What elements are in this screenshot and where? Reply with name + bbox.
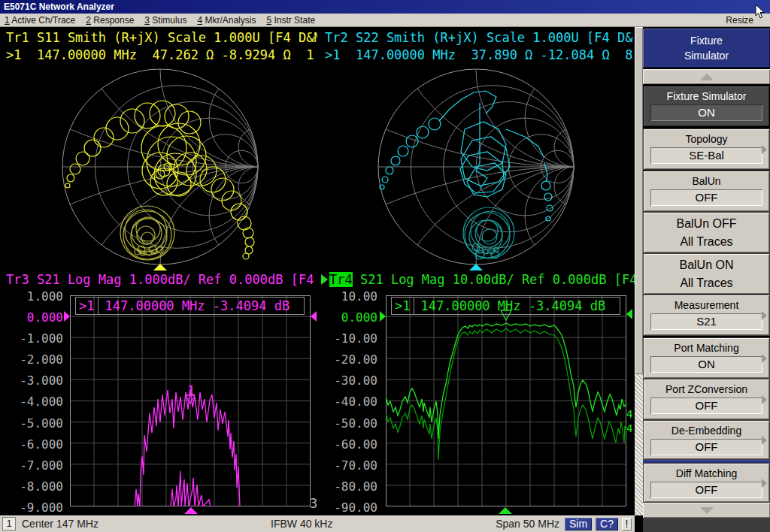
softkey-balun-off-all-traces[interactable]: BalUn OFF All Traces [643, 212, 770, 253]
tr4-axis-tick: -70.00 [328, 458, 377, 473]
submenu-arrow-icon [762, 354, 767, 363]
tr3-axis-tick: -1.000 [14, 331, 63, 346]
fixture-simulator-state: ON [650, 104, 762, 121]
window-title: E5071C Network Analyzer [4, 2, 114, 12]
warning-badge: ! [622, 518, 632, 530]
active-trace-arrow-icon [321, 274, 328, 285]
tr3-axis-tick: -4.000 [14, 394, 63, 409]
tr2-trace-cluster [463, 207, 514, 259]
tr4-axis-tick: -10.00 [328, 331, 377, 346]
down-arrow-icon [700, 507, 714, 514]
port-zconversion-state: OFF [650, 397, 762, 414]
graph-area: Tr1 S11 Smith (R+jX) Scale 1.000U [F4 D&… [0, 27, 635, 515]
tr4-title: S21 Log Mag 10.00dB/ Ref 0.000dB [F4 [353, 272, 647, 287]
tr3-axis-tick: -2.000 [14, 352, 63, 367]
softkey-menu-title: Fixture Simulator [643, 29, 770, 68]
smith-chart-tr1 [51, 58, 269, 276]
center-frequency: Center 147 MHz [22, 518, 99, 530]
tr1-trace [65, 101, 254, 259]
tr1-stimulus-marker [153, 264, 167, 271]
tr3-axis-tick: -7.000 [14, 458, 63, 473]
tr4-active-label: Tr4 [329, 272, 353, 287]
tr3-ref-arrow-right [311, 311, 317, 322]
tr3-trace-number: 3 [310, 496, 317, 511]
span-readout: Span 50 MHz [496, 518, 559, 530]
menu-item-stimulus[interactable]: 3 Stimulus [144, 15, 186, 26]
softkey-scrollbar[interactable] [635, 27, 643, 515]
instrument-screen: E5071C Network Analyzer 1 Active Ch/Trac… [0, 0, 770, 532]
tr4-axis-tick: 10.00 [328, 289, 377, 304]
scrollbar-track[interactable] [635, 374, 643, 515]
menu-item-instr-state[interactable]: 5 Instr State [266, 15, 315, 26]
tr4-ref-arrow-right [626, 309, 632, 319]
tr4-trace2-number: 4 [626, 421, 632, 436]
simulation-badge: Sim [565, 518, 592, 530]
tr4-plot [386, 295, 626, 506]
softkey-de-embedding[interactable]: De-Embedding OFF [643, 420, 770, 460]
tr3-axis-tick: -9.000 [14, 500, 63, 515]
menu-item-response[interactable]: 2 Response [86, 15, 134, 26]
tr4-axis-tick: -20.00 [328, 352, 377, 367]
measurement-value: S21 [650, 313, 762, 330]
tr3-axis-tick: -8.000 [14, 479, 63, 494]
port-matching-state: ON [650, 356, 762, 373]
tr3-axis-tick: 1.000 [14, 289, 63, 304]
menu-item-mkr-analysis[interactable]: 4 Mkr/Analysis [197, 15, 256, 26]
tr4-trace1-number: 4 [626, 407, 632, 422]
tr4-marker-box: >1 147.00000 MHz -3.4094 dB [391, 297, 620, 315]
softkey-scroll-down-button[interactable] [643, 503, 770, 518]
topology-value: SE-Bal [650, 147, 762, 164]
tr3-axis-tick: -3.000 [14, 373, 63, 388]
softkey-diff-matching[interactable]: Diff Matching OFF [643, 463, 770, 503]
menu-bar: 1 Active Ch/Trace 2 Response 3 Stimulus … [0, 14, 770, 27]
submenu-arrow-icon [762, 479, 767, 488]
mouse-cursor-icon [755, 5, 765, 20]
de-embedding-state: OFF [650, 439, 762, 455]
ifbw-readout: IFBW 40 kHz [271, 518, 332, 530]
submenu-arrow-icon [762, 145, 767, 154]
tr4-ref-arrow-left [380, 311, 386, 322]
tr3-marker-number: 1 [187, 383, 195, 398]
tr3-ref-arrow-left [64, 311, 70, 322]
up-arrow-icon [700, 74, 714, 80]
tr4-axis-tick: -50.00 [328, 416, 377, 431]
softkey-scroll-up-button[interactable] [643, 69, 770, 84]
resize-control[interactable]: Resize [726, 15, 753, 26]
tr4-axis-tick: -80.00 [328, 479, 377, 494]
softkey-port-zconversion[interactable]: Port ZConversion OFF [643, 379, 770, 420]
tr3-axis-tick: -6.000 [14, 437, 63, 452]
tr3-center-freq-marker [184, 507, 198, 514]
softkey-balun-on-all-traces[interactable]: BalUn ON All Traces [643, 253, 770, 295]
tr4-axis-ref: 0.000 [328, 310, 377, 325]
diff-matching-state: OFF [650, 482, 762, 498]
softkey-topology[interactable]: Topology SE-Bal [643, 128, 770, 170]
submenu-arrow-icon [762, 311, 767, 320]
softkey-balun[interactable]: BalUn OFF [643, 171, 770, 212]
tr4-axis-tick: -60.00 [328, 437, 377, 452]
tr4-center-freq-marker [499, 507, 512, 514]
tr4-axis-tick: -40.00 [328, 394, 377, 409]
softkey-port-matching[interactable]: Port Matching ON [643, 337, 770, 379]
tr3-trace [135, 388, 240, 506]
tr2-title: Tr2 S22 Smith (R+jX) Scale 1.000U [F4 D&… [325, 30, 633, 45]
tr3-marker-box: >1 147.00000 MHz -3.4094 dB [75, 297, 305, 315]
softkey-measurement[interactable]: Measurement S21 [643, 295, 770, 336]
softkey-fixture-simulator[interactable]: Fixture Simulator ON [643, 86, 770, 127]
tr4-axis-tick: -30.00 [328, 373, 377, 388]
status-bar: 1 Center 147 MHz IFBW 40 kHz Span 50 MHz… [0, 515, 635, 532]
tr2-stimulus-marker [469, 264, 483, 271]
tr3-title: Tr3 S21 Log Mag 1.000dB/ Ref 0.000dB [F4 [6, 272, 316, 287]
tr1-title: Tr1 S11 Smith (R+jX) Scale 1.000U [F4 D&… [6, 30, 317, 45]
status-badges: Sim C? ! [561, 518, 635, 530]
calibration-badge: C? [596, 518, 618, 530]
channel-number: 1 [2, 517, 16, 530]
menu-item-active-ch-trace[interactable]: 1 Active Ch/Trace [5, 15, 75, 26]
tr4-axis-tick: -90.00 [328, 500, 377, 515]
softkey-bottom-panel [643, 518, 770, 532]
scrollbar-thumb[interactable] [635, 27, 643, 374]
window-title-bar: E5071C Network Analyzer [0, 0, 770, 14]
tr3-axis-ref: 0.000 [14, 310, 63, 325]
tr4-title-row: Tr4 S21 Log Mag 10.00dB/ Ref 0.000dB [F4 [321, 272, 647, 287]
smith-chart-tr2 [367, 58, 585, 276]
tr3-axis-tick: -5.000 [14, 416, 63, 431]
